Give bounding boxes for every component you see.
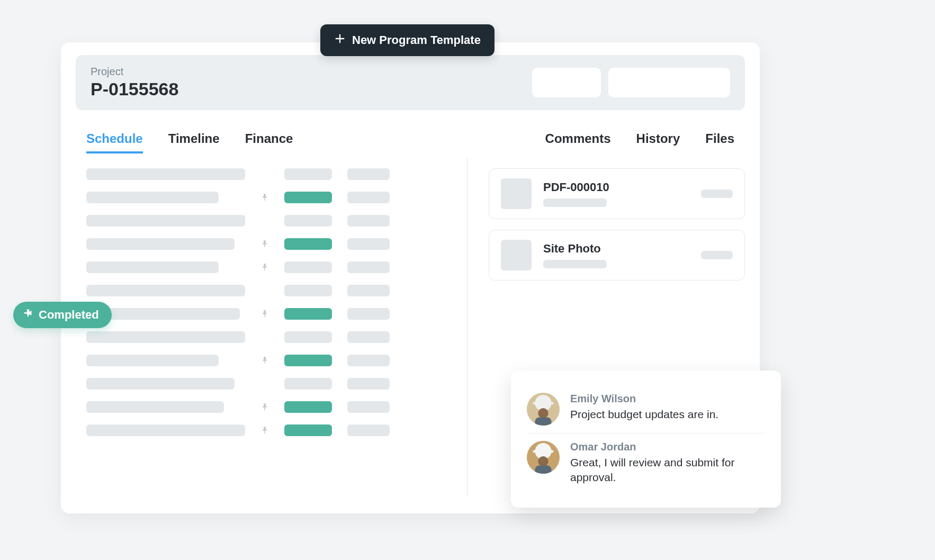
- file-card[interactable]: Site Photo: [489, 230, 745, 281]
- schedule-row[interactable]: [86, 378, 446, 390]
- status-chip-active: [284, 238, 332, 250]
- tab-files[interactable]: Files: [705, 131, 734, 153]
- task-name-placeholder: [86, 261, 219, 273]
- status-chip: [284, 285, 332, 296]
- value-placeholder: [347, 308, 390, 320]
- task-name-placeholder: [86, 424, 245, 436]
- tab-history[interactable]: History: [636, 131, 680, 153]
- file-meta-placeholder: [543, 198, 607, 207]
- pin-icon[interactable]: [260, 193, 269, 202]
- pin-icon[interactable]: [260, 356, 269, 365]
- pin-icon[interactable]: [260, 239, 269, 249]
- value-placeholder: [347, 215, 390, 227]
- value-placeholder: [347, 355, 390, 366]
- value-placeholder: [347, 168, 390, 180]
- value-placeholder: [347, 261, 390, 273]
- status-pill-label: Completed: [39, 308, 99, 322]
- new-program-template-button[interactable]: New Program Template: [320, 24, 495, 56]
- status-chip-active: [284, 308, 332, 320]
- status-pill-completed[interactable]: Completed: [13, 302, 112, 328]
- schedule-row[interactable]: [86, 261, 446, 273]
- svg-rect-12: [533, 402, 554, 404]
- pin-icon[interactable]: [260, 402, 269, 412]
- svg-rect-9: [28, 314, 29, 317]
- svg-rect-1: [264, 245, 265, 247]
- file-title: PDF-000010: [543, 180, 689, 194]
- status-chip: [284, 378, 332, 390]
- comment-text: Great, I will review and submit for appr…: [570, 455, 765, 485]
- value-placeholder: [347, 424, 390, 436]
- comments-popover: Emily WilsonProject budget updates are i…: [511, 371, 781, 508]
- file-card[interactable]: PDF-000010: [489, 168, 745, 219]
- schedule-row[interactable]: [86, 401, 446, 413]
- status-chip-active: [284, 355, 332, 366]
- schedule-row[interactable]: [86, 285, 446, 296]
- svg-rect-4: [264, 361, 265, 364]
- status-chip-active: [284, 424, 332, 436]
- svg-rect-0: [264, 198, 265, 201]
- value-placeholder: [347, 401, 390, 413]
- pin-icon[interactable]: [260, 263, 269, 272]
- avatar: [527, 393, 560, 426]
- pin-icon[interactable]: [260, 426, 269, 435]
- task-name-placeholder: [86, 331, 245, 343]
- value-placeholder: [347, 192, 390, 203]
- svg-rect-14: [535, 418, 552, 426]
- schedule-pane: [76, 158, 468, 496]
- comment: Omar JordanGreat, I will review and subm…: [527, 433, 765, 493]
- value-placeholder: [347, 285, 390, 296]
- status-chip-active: [284, 192, 332, 203]
- task-name-placeholder: [86, 401, 224, 413]
- schedule-row[interactable]: [86, 331, 446, 343]
- task-name-placeholder: [86, 192, 219, 203]
- comment-text: Project budget updates are in.: [570, 407, 718, 422]
- tab-comments[interactable]: Comments: [545, 131, 611, 153]
- file-size-placeholder: [701, 251, 733, 259]
- task-name-placeholder: [86, 285, 245, 296]
- schedule-row[interactable]: [86, 168, 446, 180]
- header-action-placeholder-2[interactable]: [608, 68, 730, 97]
- svg-rect-3: [264, 314, 265, 317]
- comment-author: Emily Wilson: [570, 393, 718, 405]
- new-template-label: New Program Template: [352, 33, 481, 47]
- status-chip: [284, 331, 332, 343]
- status-chip: [284, 168, 332, 180]
- status-chip: [284, 261, 332, 273]
- file-title: Site Photo: [543, 242, 689, 256]
- tabs-row: ScheduleTimelineFinance CommentsHistoryF…: [76, 131, 745, 153]
- tab-finance[interactable]: Finance: [245, 131, 293, 153]
- task-name-placeholder: [86, 238, 235, 250]
- avatar: [527, 441, 560, 474]
- header-action-placeholder-1[interactable]: [532, 68, 601, 97]
- schedule-row[interactable]: [86, 308, 446, 320]
- svg-rect-2: [264, 268, 265, 270]
- file-thumbnail: [501, 178, 532, 209]
- tab-timeline[interactable]: Timeline: [168, 131, 220, 153]
- file-size-placeholder: [701, 189, 733, 198]
- schedule-row[interactable]: [86, 192, 446, 203]
- status-chip-active: [284, 401, 332, 413]
- plus-icon: [334, 33, 346, 48]
- file-meta-placeholder: [543, 260, 607, 268]
- tab-schedule[interactable]: Schedule: [86, 131, 143, 153]
- task-name-placeholder: [86, 215, 245, 227]
- task-name-placeholder: [86, 378, 235, 390]
- project-label: Project: [91, 66, 178, 78]
- pin-icon[interactable]: [260, 309, 269, 319]
- value-placeholder: [347, 238, 390, 250]
- schedule-row[interactable]: [86, 355, 446, 366]
- svg-rect-19: [535, 466, 552, 474]
- comment-author: Omar Jordan: [570, 441, 765, 453]
- schedule-row[interactable]: [86, 215, 446, 227]
- schedule-row[interactable]: [86, 424, 446, 436]
- comment: Emily WilsonProject budget updates are i…: [527, 385, 765, 433]
- status-chip: [284, 215, 332, 227]
- file-thumbnail: [501, 240, 532, 270]
- value-placeholder: [347, 331, 390, 343]
- schedule-row[interactable]: [86, 238, 446, 250]
- svg-rect-5: [264, 408, 265, 410]
- task-name-placeholder: [86, 168, 245, 180]
- project-id: P-0155568: [91, 79, 178, 100]
- svg-rect-6: [264, 431, 265, 433]
- project-header: Project P-0155568: [76, 55, 745, 110]
